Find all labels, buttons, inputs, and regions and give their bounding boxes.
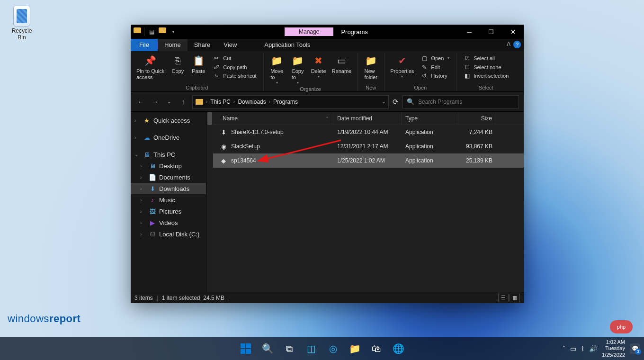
edit-button[interactable]: ✎Edit [419,63,451,72]
rename-button[interactable]: ▭Rename [329,53,355,75]
view-large-icon[interactable]: ▦ [510,294,520,302]
pasteshortcut-button[interactable]: ⤷Paste shortcut [211,72,258,81]
invert-button[interactable]: ◧Invert selection [461,72,510,81]
col-date[interactable]: Date modified [333,112,402,125]
path-dropdown-icon[interactable]: ⌄ [382,99,385,104]
nav-recent-icon[interactable]: ⌄ [164,97,174,107]
file-date: 12/31/2021 2:17 AM [333,143,402,150]
chevron-right-icon: › [140,198,146,203]
pin-button[interactable]: 📌Pin to Quick access [134,53,167,81]
tree-quick-access[interactable]: ›★Quick access [131,115,206,126]
widgets-icon[interactable]: ◫ [302,339,321,358]
start-button[interactable] [236,339,255,358]
paste-button[interactable]: 📋Paste [188,53,209,75]
copy-button[interactable]: ⎘Copy [167,53,188,75]
tree-scrollbar[interactable] [206,112,213,292]
chevron-right-icon: › [140,220,146,225]
chevron-right-icon: › [140,186,146,191]
collapse-ribbon-icon[interactable]: ᐱ [507,41,510,47]
copypath-button[interactable]: ☍Copy path [211,63,258,72]
edge-icon[interactable]: ◎ [323,339,342,358]
search-box[interactable]: 🔍 [402,95,519,108]
file-row[interactable]: ◆sp1345641/25/2022 1:02 AMApplication25,… [213,153,524,168]
file-name: SlackSetup [231,143,260,150]
task-view-icon[interactable]: ⧉ [280,339,299,358]
cut-button[interactable]: ✂Cut [211,54,258,63]
path-thispc[interactable]: This PC [210,99,231,105]
pc-icon: 🖥 [143,151,151,158]
delete-button[interactable]: ✖Delete▾ [308,53,329,80]
menu-share[interactable]: Share [188,39,217,51]
tree-thispc[interactable]: ⌄🖥This PC [131,149,206,160]
nav-back-icon[interactable]: ← [135,97,146,107]
tree-desktop[interactable]: ›🖥Desktop [131,160,206,171]
downloads-icon: ⬇ [149,185,156,192]
menu-apptools[interactable]: Application Tools [258,39,317,51]
open-button[interactable]: ▢Open▾ [419,54,451,63]
pictures-icon: 🖼 [149,207,156,215]
chrome-icon[interactable]: 🌐 [389,339,408,358]
explorer-icon[interactable]: 📁 [345,339,364,358]
properties-button[interactable]: ✔Properties▾ [387,53,417,80]
nav-forward-icon[interactable]: → [150,97,160,107]
minimize-button[interactable]: ─ [458,25,480,39]
copyto-button[interactable]: 📁Copy to▾ [287,53,308,86]
store-icon[interactable]: 🛍 [367,339,386,358]
wifi-icon[interactable]: ⌇ [581,345,584,352]
taskbar-search-icon[interactable]: 🔍 [258,339,277,358]
file-row[interactable]: ◉SlackSetup12/31/2021 2:17 AMApplication… [213,139,524,153]
close-button[interactable]: ✕ [502,25,524,39]
chevron-right-icon: › [134,118,140,123]
selectall-button[interactable]: ☑Select all [461,54,510,63]
menu-view[interactable]: View [217,39,243,51]
clock[interactable]: 1:02 AMTuesday1/25/2022 [602,339,625,358]
selectnone-button[interactable]: ☐Select none [461,63,510,72]
titlebar[interactable]: ▤ ▼ Manage Programs ─ ☐ ✕ [131,25,524,39]
manage-tab[interactable]: Manage [285,27,333,36]
cloud-icon: ☁ [143,134,151,141]
refresh-icon[interactable]: ⟳ [393,98,399,106]
battery-icon[interactable]: ▭ [570,345,576,352]
qat-properties-icon[interactable]: ▤ [147,27,156,36]
tree-localdisk[interactable]: ›⛁Local Disk (C:) [131,228,206,240]
help-icon[interactable]: ? [513,41,521,48]
tree-documents[interactable]: ›📄Documents [131,171,206,183]
col-type[interactable]: Type [402,112,458,125]
view-details-icon[interactable]: ☰ [498,294,509,302]
newfolder-button[interactable]: 📁New folder [360,53,381,81]
path-programs[interactable]: Programs [273,99,298,105]
menu-home[interactable]: Home [158,39,188,51]
qat-dropdown-icon[interactable]: ▼ [169,27,178,36]
tree-downloads[interactable]: ›⬇Downloads [131,183,206,194]
file-icon: ◆ [220,157,227,164]
system-tray: ˄ ▭ ⌇ 🔊 1:02 AMTuesday1/25/2022 💬3 [562,339,640,358]
volume-icon[interactable]: 🔊 [589,345,597,352]
col-size[interactable]: Size [458,112,496,125]
recycle-bin[interactable]: Recycle Bin [8,6,36,41]
qat-newfolder-icon[interactable] [159,27,166,33]
path-box[interactable]: › This PC › Downloads › Programs ⌄ [192,95,389,108]
tree-videos[interactable]: ›▶Videos [131,217,206,228]
group-new: New [366,85,376,91]
notifications-icon[interactable]: 💬3 [630,343,640,354]
paste-icon: 📋 [192,54,205,67]
maximize-button[interactable]: ☐ [480,25,502,39]
invert-icon: ◧ [463,72,471,80]
file-row[interactable]: ⬇ShareX-13.7.0-setup1/19/2022 10:44 AMAp… [213,125,524,139]
file-size: 25,139 KB [458,157,496,164]
watermark: windowsreport [8,313,80,325]
open-icon: ▢ [420,54,428,62]
menu-file[interactable]: File [131,39,158,51]
moveto-button[interactable]: 📁Move to▾ [267,53,287,86]
col-name[interactable]: Name⌃ [213,112,333,125]
path-downloads[interactable]: Downloads [238,99,266,105]
tree-pictures[interactable]: ›🖼Pictures [131,206,206,217]
tray-overflow-icon[interactable]: ˄ [562,345,565,352]
history-button[interactable]: ↺History [419,72,451,81]
search-input[interactable] [418,99,515,105]
menubar: File Home Share View Application Tools ᐱ… [131,39,524,51]
tree-onedrive[interactable]: ›☁OneDrive [131,132,206,143]
nav-up-icon[interactable]: ↑ [178,97,188,107]
tree-music[interactable]: ›♪Music [131,194,206,206]
column-headers: Name⌃ Date modified Type Size [213,112,524,125]
